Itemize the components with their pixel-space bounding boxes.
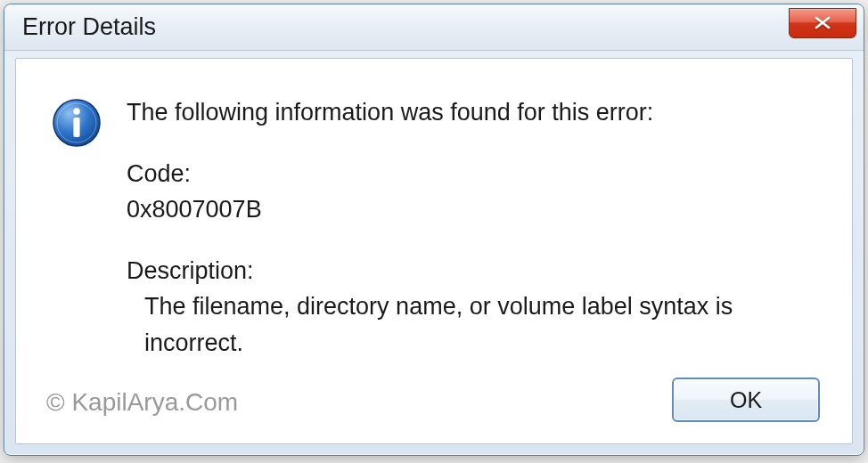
- error-details-dialog: Error Details: [4, 4, 864, 456]
- description-value: The filename, directory name, or volume …: [127, 288, 816, 361]
- message-heading: The following information was found for …: [127, 94, 816, 131]
- message-text: The following information was found for …: [127, 94, 816, 361]
- code-value: 0x8007007B: [127, 191, 816, 228]
- code-label: Code:: [127, 156, 816, 192]
- titlebar: Error Details: [4, 4, 864, 51]
- message-row: The following information was found for …: [52, 94, 816, 361]
- watermark-text: © KapilArya.Com: [46, 388, 238, 416]
- dialog-content: The following information was found for …: [15, 58, 853, 444]
- svg-rect-3: [73, 118, 79, 137]
- description-label: Description:: [127, 253, 816, 289]
- svg-point-2: [73, 108, 80, 115]
- info-icon: [52, 98, 102, 151]
- button-row: OK: [672, 378, 820, 422]
- watermark: © KapilArya.Com: [46, 388, 238, 417]
- close-icon: [813, 16, 832, 29]
- ok-button[interactable]: OK: [672, 378, 820, 422]
- window-title: Error Details: [22, 13, 156, 41]
- window-close-button[interactable]: [789, 8, 856, 38]
